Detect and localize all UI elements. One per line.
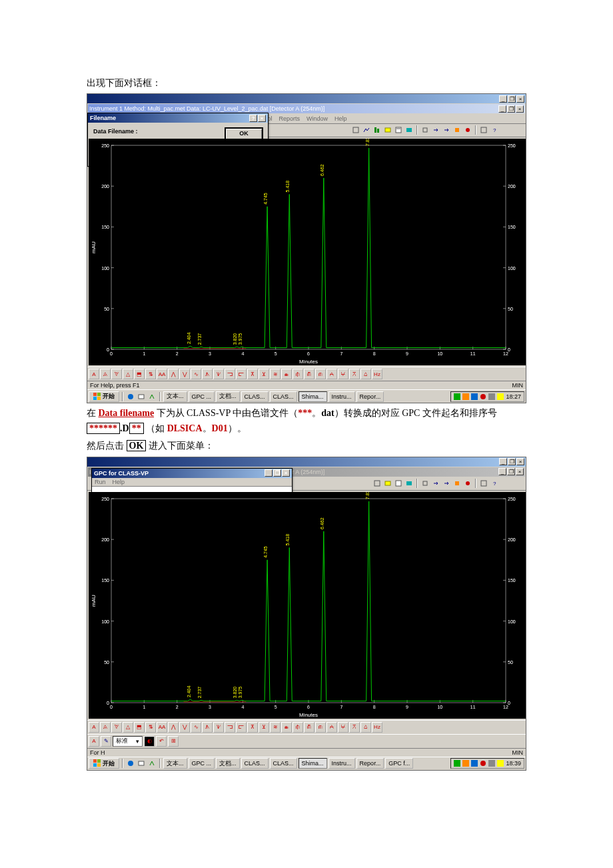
dialog-minimize-button[interactable]: _	[265, 469, 273, 477]
tool-icon[interactable]: ≋	[270, 722, 281, 733]
tool-icon[interactable]	[463, 125, 472, 135]
tray-icon[interactable]	[471, 393, 478, 400]
tool-icon[interactable]: ⩜	[326, 369, 337, 379]
taskbar-item[interactable]: Instru...	[328, 758, 355, 769]
close-button[interactable]: ×	[516, 458, 524, 465]
tool-icon[interactable]: ⩩	[281, 369, 292, 379]
taskbar-item[interactable]: GPC ...	[189, 758, 215, 769]
tool-icon[interactable]: ⋁	[179, 369, 190, 379]
tray-icon[interactable]	[471, 760, 478, 767]
tool-icon[interactable]: ⩓	[100, 369, 111, 379]
tool-icon[interactable]: ⊼	[247, 722, 258, 733]
tool-icon[interactable]: ◐	[144, 736, 155, 747]
tool-icon[interactable]: ⩞	[349, 722, 360, 733]
menu-help[interactable]: Help	[334, 115, 347, 122]
tool-icon[interactable]: ⋀	[168, 722, 179, 733]
tool-icon[interactable]	[479, 479, 488, 488]
tool-icon[interactable]: ⫍	[236, 369, 247, 379]
tool-icon[interactable]: A	[89, 369, 99, 379]
tool-icon[interactable]: AA	[157, 722, 167, 733]
tool-icon[interactable]	[383, 479, 392, 488]
taskbar-item[interactable]: 文本...	[163, 758, 187, 769]
arrow-right-icon[interactable]	[442, 125, 451, 135]
tool-icon[interactable]	[463, 479, 472, 488]
quick-launch-icon[interactable]	[147, 392, 157, 401]
menu-window[interactable]: Window	[306, 115, 328, 122]
tool-icon[interactable]	[372, 479, 382, 488]
tool-icon[interactable]: △	[123, 722, 133, 733]
minimize-button[interactable]: _	[499, 95, 507, 103]
arrow-right-icon[interactable]	[442, 479, 451, 488]
tool-icon[interactable]: ∿	[191, 722, 201, 733]
tool-icon[interactable]	[404, 125, 414, 135]
tool-icon[interactable]: ⫎	[225, 369, 235, 379]
tool-icon[interactable]: ⩛	[213, 722, 224, 733]
tool-icon[interactable]: ↶	[156, 736, 167, 747]
tool-icon[interactable]: ⩛	[213, 369, 224, 379]
tool-icon[interactable]	[420, 125, 430, 135]
tool-icon[interactable]: ⫙	[315, 369, 326, 379]
quick-launch-icon[interactable]	[126, 392, 135, 401]
tool-icon[interactable]: ⩔	[111, 722, 122, 733]
taskbar-item[interactable]: Instru...	[328, 391, 355, 402]
taskbar-item[interactable]: 文档...	[216, 758, 240, 769]
tool-icon[interactable]: ⊻	[259, 722, 269, 733]
tool-icon[interactable]	[420, 479, 430, 488]
tool-icon[interactable]: ⫍	[236, 722, 247, 733]
tool-icon[interactable]	[351, 125, 360, 135]
inner-maximize-button[interactable]: ❐	[507, 468, 515, 475]
dialog-maximize-button[interactable]: ❐	[273, 469, 281, 477]
tool-icon[interactable]: ⊼	[247, 369, 258, 379]
taskbar-item[interactable]: Repor...	[356, 391, 384, 402]
taskbar-item[interactable]: 文本...	[163, 391, 187, 402]
tool-icon[interactable]: A	[89, 736, 99, 747]
tool-icon[interactable]: ⫙	[315, 722, 326, 733]
taskbar-item[interactable]: CLAS...	[241, 391, 269, 402]
tool-icon[interactable]: ⇅	[145, 722, 156, 733]
close-button[interactable]: ×	[516, 95, 524, 103]
tool-icon[interactable]: ⩚	[202, 369, 213, 379]
tool-icon[interactable]	[372, 125, 382, 135]
maximize-button[interactable]: ❐	[508, 95, 516, 103]
tool-icon[interactable]	[452, 479, 462, 488]
tool-icon[interactable]: ⩓	[100, 722, 111, 733]
tool-icon[interactable]	[452, 125, 462, 135]
dialog-close-button[interactable]: ×	[258, 115, 266, 122]
tray-icon[interactable]	[454, 760, 460, 767]
tray-icon[interactable]	[480, 760, 486, 767]
dialog-close-button[interactable]: ×	[282, 469, 290, 477]
dialog-help-button[interactable]: ?	[249, 115, 257, 122]
start-button[interactable]: 开始	[89, 391, 119, 402]
tool-icon[interactable]: ⩔	[111, 369, 122, 379]
inner-close-button[interactable]: ×	[516, 105, 524, 113]
tool-icon[interactable]: ⬒	[134, 722, 145, 733]
dropdown[interactable]: 标准▾	[113, 736, 143, 747]
quick-launch-icon[interactable]	[147, 759, 157, 768]
tool-icon[interactable]: ⩚	[202, 722, 213, 733]
inner-maximize-button[interactable]: ❐	[507, 105, 515, 113]
tray-icon[interactable]	[462, 760, 469, 767]
inner-minimize-button[interactable]: _	[498, 105, 506, 113]
tool-icon[interactable]: ⫚	[304, 722, 314, 733]
tool-icon[interactable]: ⩝	[338, 369, 348, 379]
tool-icon[interactable]: ⫛	[293, 722, 303, 733]
taskbar-item[interactable]: Repor...	[356, 758, 384, 769]
tool-icon[interactable]: ∿	[191, 369, 201, 379]
menu-help[interactable]: Help	[113, 479, 125, 485]
tool-icon[interactable]	[394, 125, 403, 135]
tool-icon[interactable]	[362, 125, 371, 135]
taskbar-item[interactable]: CLAS...	[270, 758, 297, 769]
tool-icon[interactable]	[404, 479, 414, 488]
tray-icon[interactable]	[497, 760, 504, 767]
taskbar-item[interactable]: GPC ...	[189, 391, 215, 402]
tray-icon[interactable]	[454, 393, 460, 400]
taskbar-item[interactable]: CLAS...	[241, 758, 269, 769]
taskbar-item[interactable]: Shima...	[299, 391, 327, 402]
start-button[interactable]: 开始	[89, 758, 119, 769]
tool-icon[interactable]: ⋀	[168, 369, 179, 379]
tool-icon[interactable]: ⊻	[259, 369, 269, 379]
minimize-button[interactable]: _	[499, 458, 507, 465]
tool-icon[interactable]: ⩟	[360, 369, 371, 379]
tool-icon[interactable]: ⩝	[338, 722, 348, 733]
tool-icon[interactable]: ⋁	[179, 722, 190, 733]
